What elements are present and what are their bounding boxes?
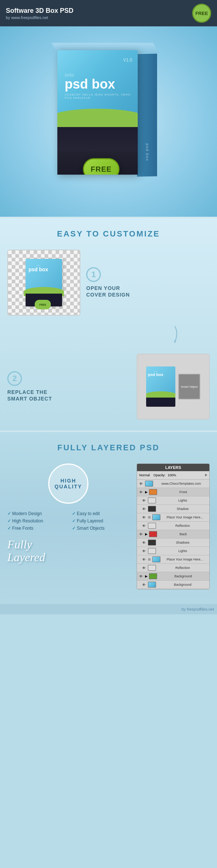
layer-label: Front bbox=[159, 490, 208, 494]
page-title: Software 3D Box PSD bbox=[6, 7, 73, 15]
eye-icon: 👁 bbox=[138, 574, 144, 579]
eye-icon: 👁 bbox=[138, 481, 144, 486]
quality-high-text: HIGH bbox=[61, 478, 76, 484]
page-header: Software 3D Box PSD by www.freepsdfiles.… bbox=[0, 0, 217, 26]
hero-section: psd box V1.0 beta psd box CCAECAT HELLA … bbox=[0, 26, 217, 217]
layered-left: HIGH QUALITY Modern DesignEasy to editHi… bbox=[7, 463, 129, 564]
step1-badge: FREE bbox=[35, 300, 51, 309]
group-arrow-icon: ▶ bbox=[145, 532, 148, 536]
layer-thumbnail bbox=[149, 531, 157, 537]
layer-row: 👁 ⊞ Place Your Image Here... bbox=[137, 513, 209, 522]
smart-obj-icon: ⊞ bbox=[148, 515, 151, 519]
layer-label: Back bbox=[159, 532, 208, 536]
layers-panel-header: LAYERS bbox=[137, 464, 209, 471]
layer-row: 👁 ⊞ Place Your Image Here... bbox=[137, 555, 209, 564]
layer-row: 👁 Shadows bbox=[137, 539, 209, 547]
layers-toolbar: Normal Opacity: 100% + bbox=[137, 471, 209, 480]
box-side-label: psd box bbox=[145, 144, 149, 161]
layer-label: Shadow bbox=[157, 507, 208, 511]
eye-icon: 👁 bbox=[141, 515, 146, 520]
box-tagline: CCAECAT HELLA JEAN SHORTS, VERO PUG PARI… bbox=[65, 93, 138, 100]
box-version: V1.0 bbox=[123, 57, 132, 63]
feature-item: Fully Layered bbox=[72, 518, 129, 524]
box-title-area: beta psd box CCAECAT HELLA JEAN SHORTS, … bbox=[65, 72, 138, 100]
box-side-face: psd box bbox=[137, 54, 157, 177]
features-grid: Modern DesignEasy to editHigh Resolution… bbox=[7, 511, 129, 531]
quality-badge: HIGH QUALITY bbox=[48, 463, 88, 504]
eye-icon: 👁 bbox=[141, 540, 146, 545]
layer-label: Background bbox=[159, 574, 208, 578]
step1-number: 1 bbox=[86, 267, 101, 282]
layer-label: Shadows bbox=[157, 541, 208, 544]
customize-section: EASY TO CUSTOMIZE beta psd box FREE 1 O bbox=[0, 218, 217, 431]
layer-row: 👁 Shadow bbox=[137, 505, 209, 513]
group-arrow-icon: ▶ bbox=[145, 574, 148, 578]
blend-mode-label: Normal bbox=[139, 473, 150, 477]
layer-row: 👁 ▶ Background bbox=[137, 572, 209, 581]
step1-mini-box: beta psd box FREE bbox=[26, 259, 62, 306]
layer-label: Lights bbox=[157, 549, 208, 553]
layer-thumbnail bbox=[148, 582, 156, 588]
layer-thumbnail bbox=[152, 514, 160, 520]
step-2-row: beta psd box Smart Object 2 REPLACE THES… bbox=[7, 354, 210, 420]
layer-label: Reflection bbox=[157, 566, 208, 570]
plus-icon: + bbox=[205, 473, 207, 478]
layer-label: Background bbox=[157, 583, 208, 586]
page-subtitle: by www.freepsdfiles.net bbox=[6, 15, 73, 20]
step-arrow bbox=[7, 325, 210, 344]
step2-mini-box: beta psd box bbox=[146, 366, 175, 407]
layer-row: 👁 Background bbox=[137, 581, 209, 589]
layer-thumbnail bbox=[148, 540, 156, 545]
layered-content: HIGH QUALITY Modern DesignEasy to editHi… bbox=[7, 463, 210, 589]
layer-label: www.ChocoTemplates.com bbox=[155, 482, 208, 485]
eye-icon: 👁 bbox=[141, 523, 146, 528]
eye-icon: 👁 bbox=[141, 498, 146, 503]
arrow-icon bbox=[159, 325, 180, 343]
feature-item: Modern Design bbox=[7, 511, 65, 516]
eye-icon: 👁 bbox=[138, 489, 144, 495]
layer-row: 👁 Reflection bbox=[137, 522, 209, 530]
feature-item: Smart Objects bbox=[72, 526, 129, 531]
free-sticker: FREE bbox=[83, 158, 119, 175]
layered-title: FULLY LAYERED PSD bbox=[7, 443, 210, 452]
layer-label: Place Your Image Here... bbox=[162, 558, 208, 561]
eye-icon: 👁 bbox=[141, 557, 146, 562]
layer-row: 👁 ▶ Front bbox=[137, 488, 209, 496]
box-wave bbox=[57, 116, 138, 153]
layer-row: 👁 Lights bbox=[137, 547, 209, 555]
step2-info: 2 REPLACE THESMART OBJECT bbox=[7, 371, 131, 402]
eye-icon: 👁 bbox=[141, 506, 146, 511]
3d-box: psd box V1.0 beta psd box CCAECAT HELLA … bbox=[46, 43, 171, 197]
step2-screenshot: beta psd box Smart Object bbox=[137, 354, 210, 420]
layer-thumbnail bbox=[152, 556, 160, 562]
step-1-row: beta psd box FREE 1 OPEN YOURCOVER DESIG… bbox=[7, 250, 210, 316]
svg-marker-0 bbox=[174, 340, 176, 343]
feature-item: Free Fonts bbox=[7, 526, 65, 531]
layer-row: 👁 www.ChocoTemplates.com bbox=[137, 480, 209, 488]
layer-thumbnail bbox=[149, 573, 157, 579]
eye-icon: 👁 bbox=[141, 582, 146, 587]
step2-title: REPLACE THESMART OBJECT bbox=[7, 389, 131, 402]
quality-label-text: QUALITY bbox=[54, 484, 82, 489]
eye-icon: 👁 bbox=[141, 548, 146, 554]
layer-thumbnail bbox=[145, 481, 153, 487]
layer-thumbnail bbox=[148, 565, 156, 571]
eye-icon: 👁 bbox=[141, 565, 146, 570]
box-name: psd box bbox=[65, 78, 138, 91]
step2-number: 2 bbox=[7, 371, 22, 386]
box-name-text: psd box bbox=[65, 77, 115, 92]
smart-obj-icon: ⊞ bbox=[148, 558, 151, 561]
layer-row: 👁 Reflection bbox=[137, 564, 209, 572]
header-text: Software 3D Box PSD by www.freepsdfiles.… bbox=[6, 7, 73, 20]
layer-row: 👁 ▶ Back bbox=[137, 530, 209, 539]
layer-thumbnail bbox=[148, 548, 156, 554]
step1-title: OPEN YOURCOVER DESIGN bbox=[86, 285, 210, 298]
steps-container: beta psd box FREE 1 OPEN YOURCOVER DESIG… bbox=[7, 250, 210, 420]
layer-label: Place Your Image Here... bbox=[162, 515, 208, 519]
customize-title: EASY TO CUSTOMIZE bbox=[7, 229, 210, 239]
eye-icon: 👁 bbox=[138, 532, 144, 537]
step1-screenshot: beta psd box FREE bbox=[7, 250, 80, 316]
layer-thumbnail bbox=[148, 523, 156, 529]
free-badge: FREE bbox=[192, 4, 211, 23]
layer-label: Lights bbox=[157, 499, 208, 502]
